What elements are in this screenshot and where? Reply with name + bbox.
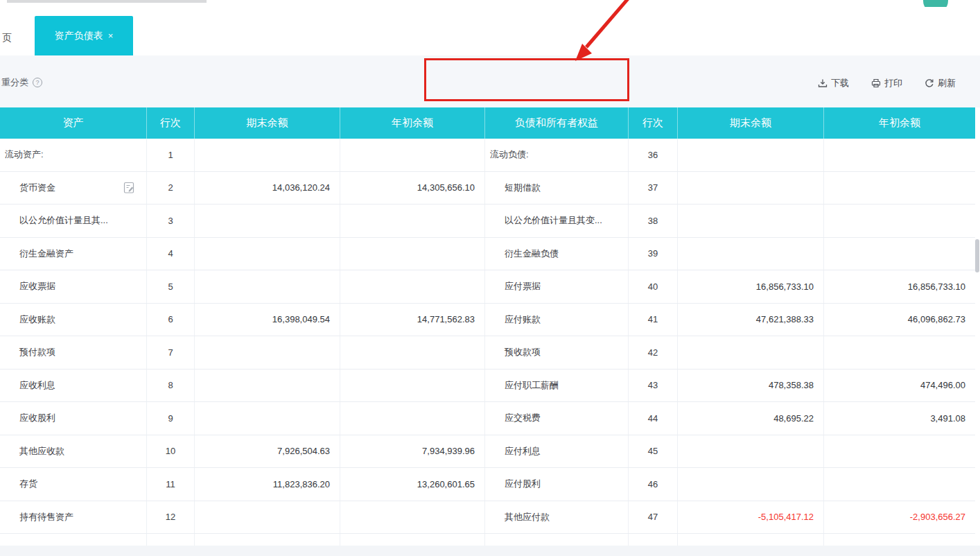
asset-item-name: 应收票据 <box>0 270 147 303</box>
tab-home-partial[interactable]: 页 <box>2 32 12 44</box>
liability-beginning-balance <box>824 336 975 369</box>
asset-beginning-balance: 7,934,939.96 <box>340 435 485 468</box>
asset-line-number: 11 <box>147 468 195 501</box>
asset-beginning-balance <box>340 370 485 402</box>
liability-line-number: 44 <box>629 402 678 435</box>
liability-ending-balance <box>678 172 824 205</box>
asset-beginning-balance <box>340 238 485 270</box>
print-button[interactable]: 打印 <box>871 77 902 89</box>
asset-item-name: 衍生金融资产 <box>0 238 147 270</box>
table-row: 以公允价值计量且其...3以公允价值计量且其变...38 <box>0 205 975 238</box>
asset-beginning-balance <box>340 336 485 369</box>
printer-icon <box>871 78 881 88</box>
asset-beginning-balance: 14,771,562.83 <box>340 304 485 336</box>
top-divider-bar <box>7 0 207 3</box>
liability-ending-balance: 47,621,388.33 <box>678 304 824 336</box>
liability-beginning-balance <box>824 238 975 270</box>
header-ending-balance: 期末余额 <box>195 107 340 139</box>
tab-bar: 页 资产负债表 × <box>0 7 980 55</box>
liability-item-name: 应付职工薪酬 <box>485 370 629 402</box>
table-body: 流动资产:1流动负债:36货币资金214,036,120.2414,305,65… <box>0 139 975 534</box>
asset-line-number: 4 <box>147 238 195 270</box>
liability-line-number: 39 <box>629 238 678 270</box>
help-icon[interactable]: ? <box>33 78 42 87</box>
asset-beginning-balance <box>340 270 485 303</box>
asset-line-number: 1 <box>147 139 195 171</box>
liability-line-number: 47 <box>629 501 678 534</box>
liability-ending-balance <box>678 435 824 468</box>
asset-ending-balance: 11,823,836.20 <box>195 468 340 501</box>
table-row: 流动资产:1流动负债:36 <box>0 139 975 172</box>
asset-line-number: 3 <box>147 205 195 237</box>
bottom-strip <box>0 546 980 556</box>
asset-ending-balance <box>195 370 340 402</box>
asset-ending-balance <box>195 336 340 369</box>
liability-ending-balance: 16,856,733.10 <box>678 270 824 303</box>
asset-item-name: 持有待售资产 <box>0 501 147 534</box>
liability-ending-balance <box>678 468 824 501</box>
liability-item-name: 应付利息 <box>485 435 629 468</box>
reclass-option[interactable]: 重分类 ? <box>1 76 42 89</box>
liability-line-number: 45 <box>629 435 678 468</box>
asset-beginning-balance <box>340 139 485 171</box>
asset-ending-balance <box>195 402 340 435</box>
liability-beginning-balance: 474,496.00 <box>824 370 975 402</box>
liability-item-name: 应付账款 <box>485 304 629 336</box>
liability-ending-balance <box>678 238 824 270</box>
tab-label: 资产负债表 <box>55 30 103 42</box>
asset-ending-balance: 14,036,120.24 <box>195 172 340 205</box>
tab-balance-sheet[interactable]: 资产负债表 × <box>35 16 133 55</box>
download-button[interactable]: 下载 <box>818 77 849 89</box>
header-assets: 资产 <box>0 107 147 139</box>
asset-beginning-balance: 14,305,656.10 <box>340 172 485 205</box>
asset-item-name: 应收账款 <box>0 304 147 336</box>
vertical-scrollbar-thumb[interactable] <box>975 239 979 272</box>
refresh-button[interactable]: 刷新 <box>925 77 956 89</box>
asset-line-number: 10 <box>147 435 195 468</box>
liability-beginning-balance <box>824 139 975 171</box>
liability-ending-balance <box>678 139 824 171</box>
asset-beginning-balance: 13,260,601.65 <box>340 468 485 501</box>
table-row: 其他应收款107,926,504.637,934,939.96应付利息45 <box>0 435 975 469</box>
liability-ending-balance <box>678 205 824 237</box>
asset-item-name: 以公允价值计量且其... <box>0 205 147 237</box>
header-line-no: 行次 <box>147 107 195 139</box>
liability-item-name: 短期借款 <box>485 172 629 205</box>
close-icon[interactable]: × <box>108 31 114 41</box>
asset-item-name: 存货 <box>0 468 147 501</box>
download-label: 下载 <box>831 77 849 89</box>
table-row: 应收股利9应交税费4448,695.223,491.08 <box>0 402 975 435</box>
header-beginning-balance-2: 年初余额 <box>824 107 975 139</box>
table-row: 衍生金融资产4衍生金融负债39 <box>0 238 975 271</box>
asset-item-name: 应收利息 <box>0 370 147 402</box>
asset-line-number: 6 <box>147 304 195 336</box>
liability-ending-balance <box>678 336 824 369</box>
reclass-label: 重分类 <box>1 76 28 89</box>
print-label: 打印 <box>884 77 902 89</box>
liability-beginning-balance: 46,096,862.73 <box>824 304 975 336</box>
table-row: 应收利息8应付职工薪酬43478,358.38474,496.00 <box>0 370 975 403</box>
table-row: 货币资金214,036,120.2414,305,656.10短期借款37 <box>0 172 975 205</box>
asset-line-number: 9 <box>147 402 195 435</box>
asset-line-number: 2 <box>147 172 195 205</box>
table-row: 存货1111,823,836.2013,260,601.65应付股利46 <box>0 468 975 501</box>
refresh-icon <box>925 78 934 88</box>
liability-item-name: 应付票据 <box>485 270 629 303</box>
table-row: 预付款项7预收款项42 <box>0 336 975 370</box>
download-icon <box>818 78 828 88</box>
asset-ending-balance <box>195 238 340 270</box>
asset-item-name: 其他应收款 <box>0 435 147 468</box>
liability-beginning-balance: -2,903,656.27 <box>824 501 975 534</box>
asset-line-number: 7 <box>147 336 195 369</box>
edit-voucher-icon[interactable] <box>123 181 135 194</box>
liability-item-name: 其他应付款 <box>485 501 629 534</box>
refresh-label: 刷新 <box>938 77 956 89</box>
asset-line-number: 5 <box>147 270 195 303</box>
asset-ending-balance: 7,926,504.63 <box>195 435 340 468</box>
asset-line-number: 8 <box>147 370 195 402</box>
table-header: 资产 行次 期末余额 年初余额 负债和所有者权益 行次 期末余额 年初余额 <box>0 107 975 139</box>
asset-ending-balance <box>195 270 340 303</box>
table-row: 应收账款616,398,049.5414,771,562.83应付账款4147,… <box>0 304 975 337</box>
liability-item-name: 衍生金融负债 <box>485 238 629 270</box>
header-line-no-2: 行次 <box>629 107 678 139</box>
